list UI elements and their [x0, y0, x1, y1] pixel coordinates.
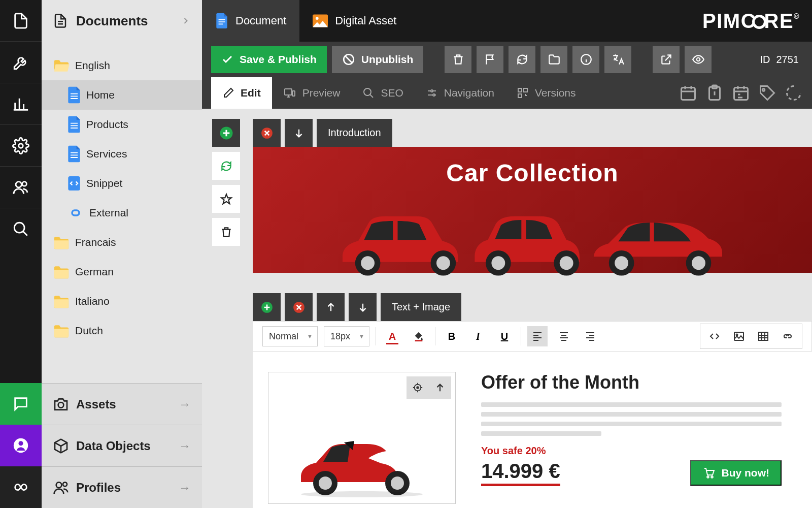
tag-icon[interactable] [758, 84, 776, 102]
rte-code[interactable] [704, 326, 725, 346]
rail-users[interactable] [0, 167, 42, 208]
rte-link[interactable] [777, 326, 798, 346]
clipboard-icon[interactable] [705, 84, 724, 102]
rte-align-right[interactable] [580, 326, 600, 346]
add-block-button[interactable] [212, 119, 240, 147]
tab-versions[interactable]: Versions [505, 77, 587, 109]
tab-seo[interactable]: SEO [351, 77, 414, 109]
svg-point-3 [14, 223, 24, 233]
rte-italic[interactable]: I [468, 326, 488, 346]
save-publish-button[interactable]: Save & Publish [211, 46, 327, 73]
remove-block-button[interactable] [285, 293, 313, 321]
folder-button[interactable] [540, 46, 567, 73]
move-down-button[interactable] [349, 293, 377, 321]
rte-bold[interactable]: B [442, 326, 462, 346]
trash-icon [452, 53, 465, 66]
preview-eye-button[interactable] [685, 46, 712, 73]
svg-rect-15 [285, 89, 292, 95]
sidebar-section-data-objects[interactable]: Data Objects → [42, 425, 202, 466]
tree-page-home[interactable]: Home [42, 80, 202, 110]
add-block-button[interactable] [253, 293, 281, 321]
rail-settings[interactable] [0, 125, 42, 167]
file-tab-digital-asset[interactable]: Digital Asset [299, 0, 410, 42]
unpublish-button[interactable]: Unpublish [332, 46, 424, 73]
tree-folder-italiano[interactable]: Italiano [42, 287, 202, 316]
buy-label: Buy now! [722, 467, 770, 479]
rte-fill-color[interactable] [409, 326, 429, 346]
search-icon [362, 87, 375, 99]
reload-block-button[interactable] [212, 152, 240, 180]
tab-navigation[interactable]: Navigation [415, 77, 505, 109]
rail-analytics[interactable] [0, 83, 42, 125]
tree-label: Italiano [75, 295, 110, 307]
rte-image[interactable] [729, 326, 749, 346]
tab-preview[interactable]: Preview [272, 77, 352, 109]
rail-accounts[interactable] [0, 425, 42, 466]
favorite-block-button[interactable] [212, 185, 240, 213]
svg-point-33 [436, 256, 450, 270]
rte-text-color[interactable]: A [382, 326, 402, 346]
svg-point-9 [63, 482, 67, 486]
rte-align-left[interactable] [527, 326, 548, 346]
rte-align-center[interactable] [554, 326, 574, 346]
progress-icon[interactable] [785, 84, 803, 102]
rte-size-select[interactable]: 18px [324, 326, 369, 346]
tree-label: German [75, 266, 114, 278]
tree-external[interactable]: External [42, 198, 202, 228]
open-external-button[interactable] [653, 46, 680, 73]
remove-block-button[interactable] [253, 119, 281, 147]
text-placeholder [481, 402, 782, 407]
flag-button[interactable] [477, 46, 503, 73]
sidebar-section-profiles[interactable]: Profiles → [42, 466, 202, 508]
rail-infinity[interactable] [0, 466, 42, 508]
image-focus-button[interactable] [407, 376, 429, 399]
offer-text[interactable]: Offer of the Month You safe 20% 14.999 € [481, 372, 797, 504]
tab-edit[interactable]: Edit [211, 77, 272, 109]
svg-rect-47 [759, 332, 768, 340]
svg-point-17 [364, 88, 371, 96]
file-tab-document[interactable]: Document [202, 0, 299, 42]
svg-point-14 [697, 58, 700, 61]
tree-folder-francais[interactable]: Francais [42, 228, 202, 257]
svg-rect-45 [734, 332, 743, 340]
svg-point-11 [316, 17, 319, 20]
move-down-button[interactable] [285, 119, 313, 147]
delete-button[interactable] [445, 46, 471, 73]
refresh-button[interactable] [509, 46, 535, 73]
rail-chat[interactable] [0, 383, 42, 425]
schedule-icon[interactable] [732, 84, 750, 102]
rte-table[interactable] [753, 326, 773, 346]
arrow-up-icon [325, 302, 336, 313]
buy-now-button[interactable]: Buy now! [690, 460, 782, 486]
sidebar-section-assets[interactable]: Assets → [42, 383, 202, 425]
rail-tools[interactable] [0, 42, 42, 83]
move-up-button[interactable] [317, 293, 345, 321]
tree-folder-dutch[interactable]: Dutch [42, 316, 202, 345]
tree-page-products[interactable]: Products [42, 110, 202, 139]
translate-button[interactable] [604, 46, 631, 73]
image-icon [734, 332, 744, 341]
tree-page-services[interactable]: Services [42, 139, 202, 169]
calendar-icon[interactable] [679, 84, 697, 102]
page-icon [67, 86, 81, 104]
info-button[interactable] [572, 46, 599, 73]
tree-folder-english[interactable]: English [42, 51, 202, 80]
tree-folder-german[interactable]: German [42, 257, 202, 287]
arrow-right-icon[interactable] [181, 16, 191, 26]
tab-label: Preview [302, 87, 341, 99]
image-upload-button[interactable] [429, 376, 451, 399]
text-placeholder [481, 412, 782, 417]
rail-documents[interactable] [0, 0, 42, 42]
rail-search[interactable] [0, 208, 42, 250]
tree-snippet[interactable]: Snippet [42, 169, 202, 198]
refresh-icon [220, 160, 233, 173]
delete-block-button[interactable] [212, 218, 240, 246]
svg-rect-23 [682, 88, 695, 100]
editor-canvas: Introduction Car Collection [202, 109, 812, 508]
svg-point-55 [707, 476, 709, 478]
hero-block[interactable]: Car Collection [253, 147, 812, 273]
rte-underline[interactable]: U [494, 326, 515, 346]
bucket-icon [413, 331, 424, 342]
rte-style-select[interactable]: Normal [262, 326, 318, 346]
offer-image-drop[interactable] [268, 372, 456, 504]
